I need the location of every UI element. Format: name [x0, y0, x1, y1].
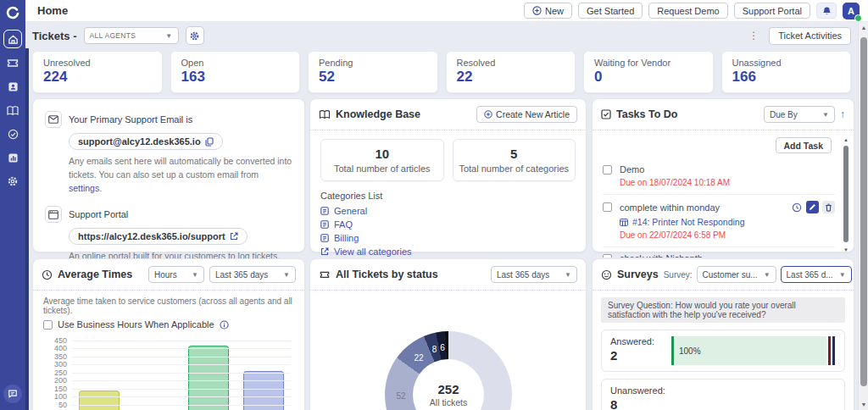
new-button[interactable]: New — [524, 3, 572, 19]
scroll-up-icon[interactable]: ▲ — [859, 25, 868, 30]
stat-card-unassigned[interactable]: Unassigned 166 — [721, 51, 852, 93]
task-checkbox[interactable] — [603, 254, 612, 258]
view-all-categories-link[interactable]: View all categories — [320, 247, 576, 257]
dashboard-settings-button[interactable] — [186, 26, 204, 45]
y-axis-tick: 200 — [45, 376, 67, 385]
knowledge-base-title: Knowledge Base — [336, 108, 420, 120]
business-hours-checkbox[interactable] — [43, 320, 53, 330]
bar-first-assigned — [72, 341, 127, 410]
ticket-icon — [319, 269, 331, 280]
task-edit-button[interactable] — [806, 201, 819, 213]
stat-card-pending[interactable]: Pending 52 — [308, 51, 438, 93]
business-hours-label: Use Business Hours When Applicable — [58, 319, 214, 330]
task-checkbox[interactable] — [603, 165, 612, 175]
plus-circle-icon — [532, 6, 542, 15]
sidebar-item-tickets[interactable] — [3, 53, 22, 72]
donut-segment-label: 6 — [440, 343, 445, 352]
bar-closed — [236, 341, 292, 410]
notifications-button[interactable] — [816, 3, 837, 19]
donut-segment-label: 22 — [415, 353, 424, 363]
portal-url-pill[interactable]: https://alcy12.desk365.io/support — [69, 228, 248, 245]
chevron-down-icon: ▼ — [764, 271, 771, 279]
y-axis-tick: 450 — [45, 336, 67, 345]
clock-icon — [792, 202, 802, 213]
avg-unit-select[interactable]: Hours ▼ — [148, 266, 204, 283]
page-scrollbar[interactable]: ▲ ▼ — [858, 22, 868, 410]
task-checkbox[interactable] — [603, 202, 612, 212]
stat-card-unresolved[interactable]: Unresolved 224 — [32, 51, 163, 93]
sidebar-item-tasks[interactable] — [3, 125, 22, 143]
category-link-faq[interactable]: FAQ — [320, 219, 576, 230]
sidebar-item-home[interactable] — [3, 30, 22, 48]
create-new-article-button[interactable]: Create New Article — [476, 106, 577, 123]
chevron-down-icon: ▼ — [565, 271, 571, 279]
category-link-general[interactable]: General — [320, 206, 576, 216]
bell-icon — [822, 6, 832, 16]
info-icon[interactable] — [220, 320, 229, 330]
category-icon — [320, 207, 329, 215]
add-task-button[interactable]: Add Task — [776, 137, 832, 153]
category-icon — [320, 220, 329, 229]
main-content: Tickets - ALL AGENTS ▼ ⋮ Ticket Activiti… — [25, 22, 858, 410]
y-axis-tick: 350 — [45, 352, 67, 361]
copy-icon[interactable] — [205, 137, 214, 147]
sidebar-item-reports[interactable] — [3, 148, 22, 167]
get-started-button[interactable]: Get Started — [578, 3, 643, 19]
primary-email-pill[interactable]: support@alcy12.desk365.io — [69, 133, 223, 150]
support-portal-button[interactable]: Support Portal — [734, 3, 810, 19]
y-axis-tick: 400 — [45, 344, 67, 352]
tasks-scrollbar-thumb[interactable] — [843, 146, 849, 242]
gear-icon — [189, 30, 200, 42]
sidebar-item-contacts[interactable] — [3, 77, 22, 96]
category-link-billing[interactable]: Billing — [320, 233, 576, 243]
tasks-scrollbar[interactable]: ▲ ▼ — [843, 137, 849, 252]
task-due-date: Due on 18/07/2024 10:18 AM — [620, 178, 835, 187]
task-row[interactable]: Demo Due on 18/07/2024 10:18 AM — [603, 158, 835, 194]
app-logo-icon[interactable] — [3, 3, 22, 22]
average-times-title: Average Times — [58, 269, 132, 280]
clock-icon — [42, 269, 53, 280]
page-scrollbar-thumb[interactable] — [860, 37, 867, 386]
answered-label: Answered: — [610, 336, 663, 346]
task-row[interactable]: check with Nishanth #14: Printer Not Res… — [603, 247, 835, 258]
task-ticket-link[interactable]: #14: Printer Not Responding — [620, 217, 835, 227]
user-avatar[interactable]: A — [843, 3, 860, 19]
task-delete-button[interactable] — [822, 201, 835, 213]
tickets-by-status-panel: All Tickets by status Last 365 days ▼ 25… — [309, 258, 587, 410]
request-demo-button[interactable]: Request Demo — [648, 3, 727, 19]
scroll-down-icon[interactable]: ▼ — [859, 402, 868, 407]
sidebar-item-settings[interactable] — [3, 172, 22, 191]
ticket-activities-button[interactable]: Ticket Activities — [769, 27, 851, 45]
status-range-select[interactable]: Last 365 days ▼ — [491, 266, 577, 283]
external-link-icon[interactable] — [230, 232, 238, 241]
chat-bubble-icon[interactable] — [3, 385, 22, 403]
smiley-icon — [601, 269, 612, 280]
avg-range-select[interactable]: Last 365 days ▼ — [209, 266, 296, 283]
task-row[interactable]: complete within monday — [603, 194, 835, 247]
online-status-dot — [854, 14, 862, 22]
tasks-list: Add Task Demo Due on 18/07/2024 10:18 AM… — [593, 130, 854, 258]
trash-icon — [825, 203, 832, 212]
sort-ascending-icon[interactable]: ↑ — [840, 108, 845, 120]
stat-card-open[interactable]: Open 163 — [170, 51, 301, 93]
page-title: Home — [37, 4, 68, 17]
sidebar-item-knowledge-base[interactable] — [3, 101, 22, 119]
more-options-icon[interactable]: ⋮ — [747, 30, 760, 42]
stat-card-resolved[interactable]: Resolved 22 — [446, 51, 576, 93]
tasks-sort-select[interactable]: Due By ▼ — [764, 106, 835, 123]
scroll-down-icon[interactable]: ▼ — [843, 247, 849, 252]
survey-range-select[interactable]: Last 365 d... ▼ — [781, 266, 852, 283]
survey-select[interactable]: Customer su... ▼ — [697, 266, 776, 283]
stat-card-waiting-for-vendor[interactable]: Waiting for Vendor 0 — [583, 51, 714, 93]
agent-filter-select[interactable]: ALL AGENTS ▼ — [84, 27, 179, 44]
scroll-up-icon[interactable]: ▲ — [843, 137, 849, 142]
desk365-dashboard: Home New Get Started Request Demo Suppor… — [0, 0, 868, 410]
browser-window-icon — [45, 206, 62, 223]
donut-segment-label: 52 — [396, 391, 405, 401]
surveys-title: Surveys — [617, 269, 659, 280]
settings-link[interactable]: settings — [69, 183, 99, 193]
y-axis-tick: 300 — [45, 360, 67, 368]
primary-email-description: Any emails sent here will automatically … — [69, 155, 292, 195]
task-reminder-button[interactable] — [790, 201, 803, 213]
knowledge-base-panel: Knowledge Base Create New Article 10 Tot… — [309, 98, 587, 252]
